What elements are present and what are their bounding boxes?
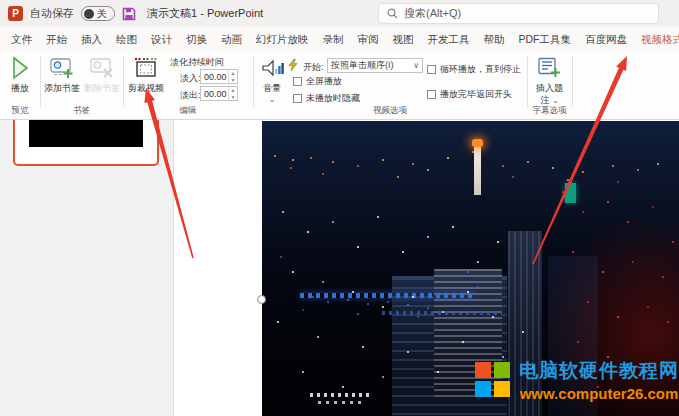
group-video-options: 音量 ⌄ 开始: 按照单击顺序(I) ∨ 全屏播放 未播放时隐藏 循环播放，直到… bbox=[253, 53, 527, 119]
start-label: 开始: bbox=[303, 61, 324, 74]
city-tower-light bbox=[472, 139, 483, 147]
tab-animations[interactable]: 动画 bbox=[214, 27, 249, 53]
group-caption-options: 插入题 注 ⌄ 字幕选项 bbox=[527, 53, 572, 119]
autosave-label: 自动保存 bbox=[30, 6, 74, 21]
city-blue-lights bbox=[382, 311, 502, 315]
city-lights-strip bbox=[310, 393, 370, 397]
save-icon[interactable] bbox=[122, 7, 136, 21]
video-resize-handle[interactable] bbox=[257, 295, 266, 304]
volume-icon bbox=[255, 55, 289, 81]
tab-record[interactable]: 录制 bbox=[316, 27, 351, 53]
tab-design[interactable]: 设计 bbox=[144, 27, 179, 53]
rewind-checkbox-row[interactable]: 播放完毕返回开头 bbox=[427, 88, 512, 101]
fade-duration-label: 淡化持续时间 bbox=[170, 56, 224, 69]
chevron-down-icon: ∨ bbox=[409, 61, 419, 70]
video-object[interactable]: 电脑软硬件教程网 www.computer26.com bbox=[262, 121, 679, 416]
city-lights-strip bbox=[318, 401, 366, 404]
search-input[interactable]: 搜索(Alt+Q) bbox=[378, 3, 659, 24]
tab-draw[interactable]: 绘图 bbox=[109, 27, 144, 53]
watermark-site-name: 电脑软硬件教程网 bbox=[519, 358, 679, 384]
tab-home[interactable]: 开始 bbox=[39, 27, 74, 53]
volume-button[interactable]: 音量 ⌄ bbox=[255, 55, 289, 105]
tab-view[interactable]: 视图 bbox=[386, 27, 421, 53]
slide-thumbnail-video-preview bbox=[29, 120, 143, 147]
windows-logo-icon bbox=[475, 362, 511, 398]
city-blue-lights bbox=[300, 293, 475, 298]
fade-in-label: 淡入: bbox=[180, 72, 201, 85]
powerpoint-app-icon: P bbox=[8, 6, 23, 21]
group-label-editing: 编辑 bbox=[123, 105, 253, 117]
insert-captions-icon bbox=[529, 55, 570, 81]
autosave-state: 关 bbox=[97, 7, 107, 21]
watermark: 电脑软硬件教程网 www.computer26.com bbox=[475, 358, 679, 402]
search-icon bbox=[387, 8, 398, 19]
add-bookmark-icon bbox=[42, 55, 82, 81]
group-label-caption-options: 字幕选项 bbox=[527, 105, 572, 117]
document-title: 演示文稿1 - PowerPoint bbox=[147, 6, 263, 21]
remove-bookmark-icon bbox=[82, 55, 122, 81]
loop-checkbox-row[interactable]: 循环播放，直到停止 bbox=[427, 63, 521, 76]
fullscreen-checkbox[interactable] bbox=[293, 77, 302, 86]
hide-when-not-playing-checkbox-row[interactable]: 未播放时隐藏 bbox=[293, 92, 360, 105]
slide-thumbnail-panel bbox=[0, 120, 173, 416]
remove-bookmark-button[interactable]: 删除书签 bbox=[82, 55, 122, 93]
start-dropdown[interactable]: 按照单击顺序(I) ∨ bbox=[327, 58, 423, 73]
tab-file[interactable]: 文件 bbox=[4, 27, 39, 53]
tab-baidu-netdisk[interactable]: 百度网盘 bbox=[578, 27, 634, 53]
add-bookmark-button[interactable]: 添加书签 bbox=[42, 55, 82, 93]
fade-in-spinner[interactable]: 00.00 ▲▼ bbox=[200, 69, 238, 84]
group-separator bbox=[572, 56, 573, 107]
autosave-toggle[interactable]: 关 bbox=[81, 6, 115, 21]
fade-out-spinner-arrows[interactable]: ▲▼ bbox=[228, 87, 237, 100]
tab-pdf-tools[interactable]: PDF工具集 bbox=[512, 27, 579, 53]
volume-dropdown-chevron: ⌄ bbox=[255, 95, 289, 105]
chevron-down-icon: ⌄ bbox=[552, 96, 559, 105]
tab-slideshow[interactable]: 幻灯片放映 bbox=[249, 27, 316, 53]
tab-transitions[interactable]: 切换 bbox=[179, 27, 214, 53]
loop-checkbox[interactable] bbox=[427, 65, 436, 74]
group-label-bookmarks: 书签 bbox=[40, 105, 123, 117]
group-label-preview: 预览 bbox=[0, 105, 40, 117]
tab-help[interactable]: 帮助 bbox=[477, 27, 512, 53]
tab-developer[interactable]: 开发工具 bbox=[421, 27, 477, 53]
tab-insert[interactable]: 插入 bbox=[74, 27, 109, 53]
hide-when-not-playing-checkbox[interactable] bbox=[293, 94, 302, 103]
trim-video-button[interactable]: 剪裁视频 bbox=[126, 55, 166, 93]
rewind-checkbox[interactable] bbox=[427, 90, 436, 99]
play-icon bbox=[4, 55, 36, 81]
fullscreen-checkbox-row[interactable]: 全屏播放 bbox=[293, 75, 342, 88]
group-bookmarks: 添加书签 删除书签 书签 bbox=[40, 53, 123, 119]
tab-video-format[interactable]: 视频格式 bbox=[634, 27, 679, 53]
fade-out-label: 淡出: bbox=[180, 89, 201, 102]
autosave-toggle-knob bbox=[84, 9, 94, 19]
play-button[interactable]: 播放 bbox=[4, 55, 36, 93]
group-preview: 播放 预览 bbox=[0, 53, 40, 119]
trim-video-icon bbox=[126, 55, 166, 81]
ribbon-playback: 播放 预览 添加书签 bbox=[0, 53, 679, 120]
group-label-video-options: 视频选项 bbox=[253, 105, 527, 117]
fade-in-spinner-arrows[interactable]: ▲▼ bbox=[228, 70, 237, 83]
city-red-dots bbox=[262, 121, 264, 123]
watermark-site-url: www.computer26.com bbox=[520, 385, 679, 402]
insert-captions-button[interactable]: 插入题 注 ⌄ bbox=[529, 55, 570, 106]
search-placeholder: 搜索(Alt+Q) bbox=[404, 6, 461, 21]
fade-out-spinner[interactable]: 00.00 ▲▼ bbox=[200, 86, 238, 101]
start-option-icon bbox=[287, 59, 299, 71]
city-tower bbox=[474, 147, 481, 195]
slide-thumbnail-selected[interactable] bbox=[13, 120, 159, 166]
tab-review[interactable]: 审阅 bbox=[351, 27, 386, 53]
group-editing: 剪裁视频 淡化持续时间 淡入: 00.00 ▲▼ 淡出: 00.00 ▲▼ 编辑 bbox=[123, 53, 253, 119]
city-neon-sign bbox=[565, 183, 576, 203]
ribbon-tab-bar: 文件 开始 插入 绘图 设计 切换 动画 幻灯片放映 录制 审阅 视图 开发工具… bbox=[0, 27, 679, 53]
